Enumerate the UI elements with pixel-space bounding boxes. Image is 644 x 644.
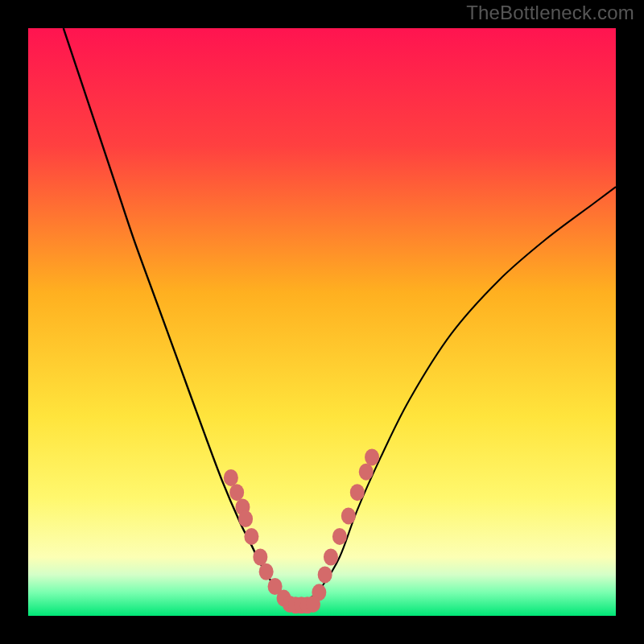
marker-dot <box>359 464 374 481</box>
marker-dot <box>224 469 238 486</box>
marker-dot <box>365 448 379 465</box>
left-curve <box>64 28 299 604</box>
marker-dot <box>244 528 258 545</box>
data-markers <box>224 448 379 613</box>
watermark-text: TheBottleneck.com <box>466 2 634 24</box>
plot-area <box>28 28 616 616</box>
marker-dot <box>238 510 253 527</box>
marker-dot <box>253 549 267 566</box>
marker-dot <box>324 549 338 566</box>
marker-dot <box>318 566 332 583</box>
marker-dot <box>350 484 365 501</box>
marker-dot <box>341 507 356 524</box>
marker-dot <box>229 484 244 501</box>
curve-layer <box>28 28 616 616</box>
chart-frame: TheBottleneck.com <box>0 0 644 644</box>
marker-dot <box>332 528 347 545</box>
marker-dot <box>306 596 320 613</box>
marker-dot <box>259 564 274 580</box>
right-curve <box>299 187 616 604</box>
